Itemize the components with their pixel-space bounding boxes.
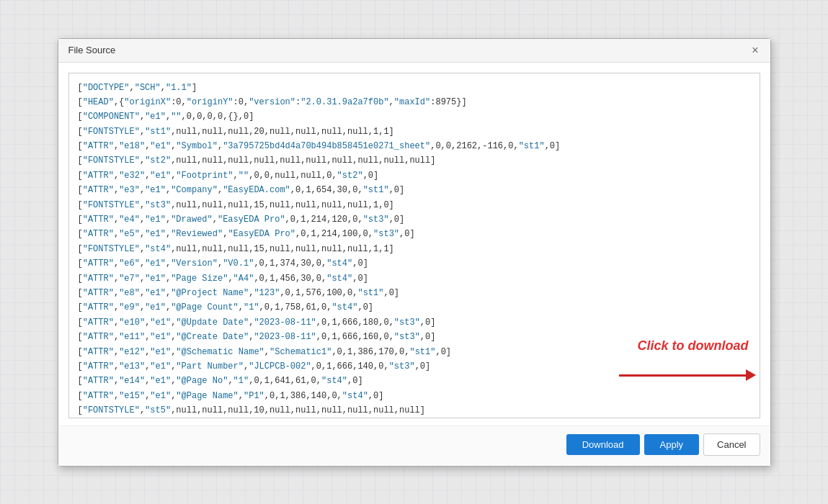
code-line: ["FONTSTYLE","st4",null,null,null,15,nul… — [78, 242, 751, 256]
dialog-titlebar: File Source × — [58, 39, 770, 63]
code-line: ["ATTR","e15","e1","@Page Name","P1",0,1… — [78, 389, 751, 403]
code-line: ["ATTR","e8","e1","@Project Name","123",… — [78, 286, 751, 300]
apply-button[interactable]: Apply — [644, 434, 700, 455]
code-line: ["ATTR","e18","e1","Symbol","3a795725bd4… — [78, 139, 751, 153]
arrow-indicator — [619, 374, 749, 377]
code-content-area[interactable]: ["DOCTYPE","SCH","1.1"]["HEAD",{"originX… — [68, 73, 760, 418]
code-line: ["FONTSTYLE","st2",null,null,null,null,n… — [78, 153, 751, 168]
code-line: ["COMPONENT","e1","",0,0,0,0,{},0] — [78, 109, 751, 124]
code-line: ["FONTSTYLE","st1",null,null,null,20,nul… — [78, 125, 751, 139]
code-line: ["ATTR","e4","e1","Drawed","EasyEDA Pro"… — [78, 212, 751, 227]
code-line: ["FONTSTYLE","st3",null,null,null,15,nul… — [78, 198, 751, 212]
dialog-body: ["DOCTYPE","SCH","1.1"]["HEAD",{"originX… — [58, 63, 770, 426]
arrow-line — [619, 374, 749, 377]
code-line: ["ATTR","e6","e1","Version","V0.1",0,1,3… — [78, 256, 751, 271]
code-line: ["ATTR","e9","e1","@Page Count","1",0,1,… — [78, 300, 751, 315]
click-to-download-label: Click to download — [637, 338, 748, 354]
code-line: ["ATTR","e10","e1","@Update Date","2023-… — [78, 315, 751, 330]
code-line: ["ATTR","e3","e1","Company","EasyEDA.com… — [78, 183, 751, 197]
file-source-dialog: File Source × ["DOCTYPE","SCH","1.1"]["H… — [58, 38, 771, 467]
download-button[interactable]: Download — [566, 434, 640, 455]
code-line: ["DOCTYPE","SCH","1.1"] — [78, 81, 751, 95]
code-line: ["ATTR","e32","e1","Footprint","",0,0,nu… — [78, 168, 751, 183]
code-line: ["ATTR","e5","e1","Reviewed","EasyEDA Pr… — [78, 227, 751, 241]
dialog-title: File Source — [68, 45, 116, 55]
dialog-overlay: File Source × ["DOCTYPE","SCH","1.1"]["H… — [0, 0, 828, 504]
code-line: ["ATTR","e13","e1","Part Number","JLCPCB… — [78, 359, 751, 374]
code-line: ["HEAD",{"originX":0,"originY":0,"versio… — [78, 95, 751, 109]
code-line: ["ATTR","e7","e1","Page Size","A4",0,1,4… — [78, 271, 751, 286]
cancel-button[interactable]: Cancel — [703, 433, 760, 456]
dialog-footer: Download Apply Cancel — [58, 426, 770, 466]
dialog-close-button[interactable]: × — [750, 45, 760, 56]
code-line: ["FONTSTYLE","st5",null,null,null,10,nul… — [78, 403, 751, 418]
